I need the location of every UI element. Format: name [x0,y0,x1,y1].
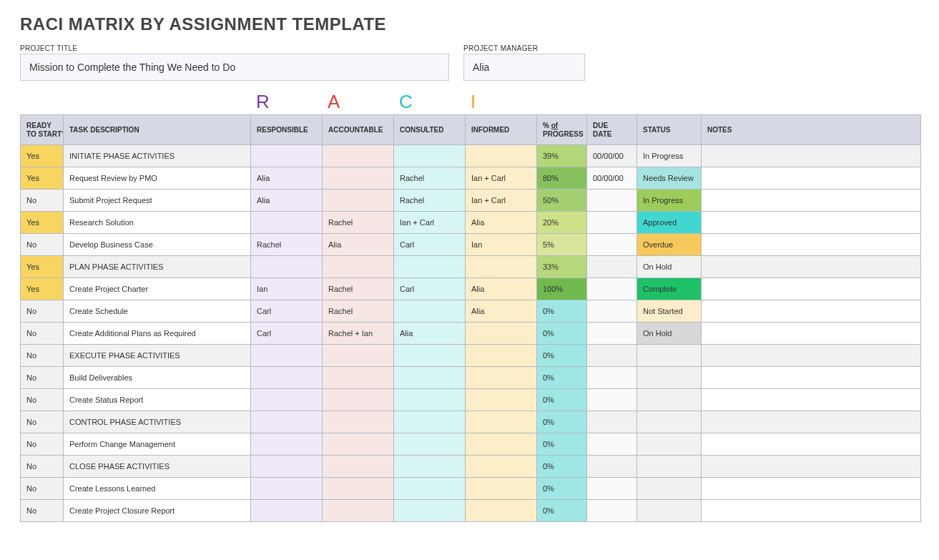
cell-c[interactable]: Rachel [394,167,466,190]
cell-ready[interactable]: No [21,389,64,411]
cell-r[interactable] [251,367,323,389]
cell-notes[interactable] [702,145,921,167]
cell-ready[interactable]: No [21,456,64,478]
cell-task[interactable]: Research Solution [64,212,251,234]
cell-due[interactable] [587,256,637,278]
cell-stat[interactable]: In Progress [637,190,702,212]
cell-r[interactable] [251,411,323,433]
cell-c[interactable] [394,411,466,433]
cell-notes[interactable] [702,234,921,256]
cell-prog[interactable]: 80% [537,167,587,190]
cell-stat[interactable] [637,433,702,456]
cell-ready[interactable]: No [21,300,64,323]
cell-prog[interactable]: 39% [537,145,587,167]
cell-a[interactable]: Rachel [323,300,394,323]
cell-r[interactable]: Rachel [251,234,323,256]
cell-a[interactable]: Rachel [323,212,394,234]
cell-task[interactable]: Create Lessons Learned [64,478,251,500]
cell-ready[interactable]: No [21,323,64,345]
cell-due[interactable] [587,278,637,300]
cell-r[interactable] [251,212,323,234]
cell-a[interactable] [323,345,394,367]
cell-ready[interactable]: No [21,500,64,522]
project-title-value[interactable]: Mission to Complete the Thing We Need to… [20,54,449,81]
cell-stat[interactable]: Not Started [637,300,702,323]
project-manager-value[interactable]: Alia [463,54,585,81]
cell-stat[interactable]: On Hold [637,323,702,345]
cell-due[interactable] [587,345,637,367]
cell-stat[interactable]: Overdue [637,234,702,256]
cell-prog[interactable]: 5% [537,234,587,256]
cell-c[interactable] [394,389,466,411]
cell-due[interactable]: 00/00/00 [587,167,637,190]
cell-task[interactable]: Create Project Charter [64,278,251,300]
cell-r[interactable]: Carl [251,300,323,323]
cell-notes[interactable] [702,256,921,278]
cell-a[interactable]: Alia [323,234,394,256]
cell-c[interactable] [394,456,466,478]
cell-due[interactable] [587,300,637,323]
cell-ready[interactable]: Yes [21,212,64,234]
cell-prog[interactable]: 0% [537,367,587,389]
cell-task[interactable]: CONTROL PHASE ACTIVITIES [64,411,251,433]
cell-a[interactable] [323,256,394,278]
cell-task[interactable]: PLAN PHASE ACTIVITIES [64,256,251,278]
cell-stat[interactable] [637,456,702,478]
cell-a[interactable] [323,389,394,411]
cell-notes[interactable] [702,323,921,345]
cell-c[interactable] [394,256,466,278]
cell-i[interactable] [466,389,537,411]
cell-ready[interactable]: Yes [21,145,64,167]
cell-i[interactable]: Ian + Carl [466,167,537,190]
cell-stat[interactable] [637,500,702,522]
cell-i[interactable] [466,323,537,345]
cell-r[interactable] [251,145,323,167]
cell-i[interactable]: Ian + Carl [466,190,537,212]
cell-due[interactable] [587,478,637,500]
cell-stat[interactable]: In Progress [637,145,702,167]
cell-i[interactable] [466,256,537,278]
cell-a[interactable]: Rachel [323,278,394,300]
cell-notes[interactable] [702,456,921,478]
cell-notes[interactable] [702,411,921,433]
cell-stat[interactable]: Complete [637,278,702,300]
cell-r[interactable]: Alia [251,167,323,190]
cell-r[interactable] [251,478,323,500]
cell-ready[interactable]: Yes [21,278,64,300]
cell-stat[interactable] [637,367,702,389]
cell-prog[interactable]: 0% [537,500,587,522]
cell-notes[interactable] [702,345,921,367]
cell-notes[interactable] [702,367,921,389]
cell-c[interactable]: Carl [394,234,466,256]
cell-notes[interactable] [702,278,921,300]
cell-notes[interactable] [702,167,921,190]
cell-i[interactable]: Alia [466,278,537,300]
cell-r[interactable] [251,433,323,456]
cell-task[interactable]: Build Deliverables [64,367,251,389]
cell-c[interactable] [394,300,466,323]
cell-i[interactable] [466,411,537,433]
cell-c[interactable]: Carl [394,278,466,300]
cell-task[interactable]: Create Schedule [64,300,251,323]
cell-due[interactable] [587,367,637,389]
cell-prog[interactable]: 0% [537,433,587,456]
cell-stat[interactable] [637,345,702,367]
cell-r[interactable] [251,389,323,411]
cell-task[interactable]: INITIATE PHASE ACTIVITIES [64,145,251,167]
cell-ready[interactable]: Yes [21,256,64,278]
cell-c[interactable] [394,478,466,500]
cell-due[interactable]: 00/00/00 [587,145,637,167]
cell-r[interactable]: Alia [251,190,323,212]
cell-notes[interactable] [702,212,921,234]
cell-due[interactable] [587,323,637,345]
cell-a[interactable] [323,411,394,433]
cell-notes[interactable] [702,389,921,411]
cell-prog[interactable]: 0% [537,456,587,478]
cell-prog[interactable]: 0% [537,300,587,323]
cell-task[interactable]: Create Status Report [64,389,251,411]
cell-ready[interactable]: No [21,234,64,256]
cell-prog[interactable]: 0% [537,478,587,500]
cell-prog[interactable]: 33% [537,256,587,278]
cell-prog[interactable]: 20% [537,212,587,234]
cell-notes[interactable] [702,433,921,456]
